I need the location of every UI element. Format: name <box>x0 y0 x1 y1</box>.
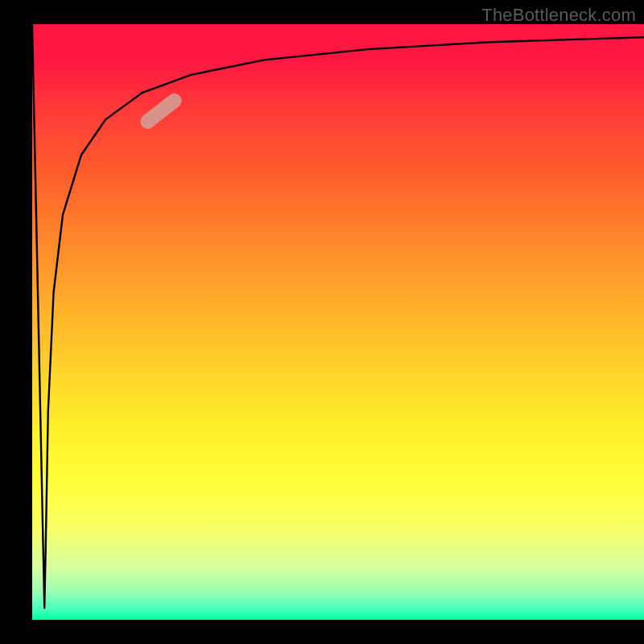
plot-area <box>32 24 644 620</box>
attribution-label: TheBottleneck.com <box>481 5 636 26</box>
chart-frame: TheBottleneck.com <box>0 0 644 644</box>
curve-svg <box>32 24 644 620</box>
bottleneck-curve <box>32 24 644 608</box>
